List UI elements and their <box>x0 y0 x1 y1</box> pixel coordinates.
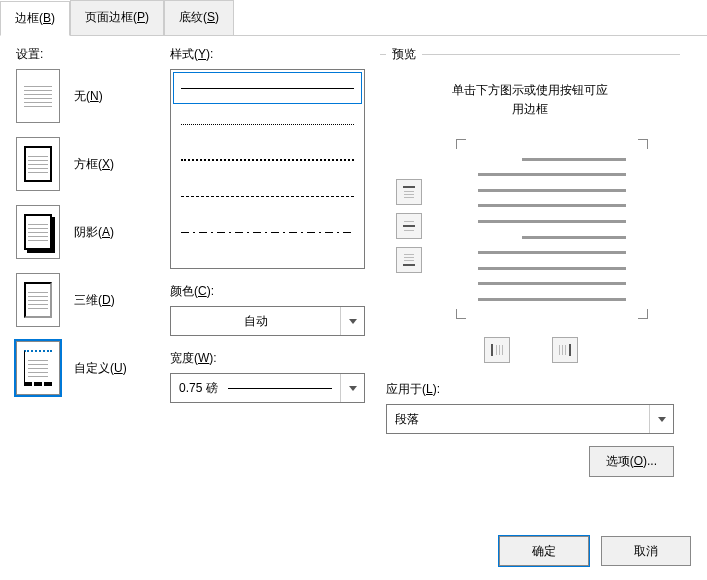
svg-rect-10 <box>403 264 415 266</box>
setting-shadow[interactable]: 阴影(A) <box>16 205 166 259</box>
svg-rect-12 <box>496 345 497 355</box>
line-dashed[interactable] <box>171 178 364 214</box>
line-dotted-dense[interactable] <box>171 142 364 178</box>
line-solid-thin[interactable] <box>171 70 364 106</box>
line-dotted-sparse[interactable] <box>171 106 364 142</box>
setting-icon-custom <box>16 341 60 395</box>
setting-custom[interactable]: 自定义(U) <box>16 341 166 395</box>
svg-rect-17 <box>565 345 566 355</box>
preview-diagram[interactable] <box>386 139 674 329</box>
setting-box[interactable]: 方框(X) <box>16 137 166 191</box>
settings-label: 设置: <box>16 46 166 63</box>
preview-group: 预览 单击下方图示或使用按钮可应用边框 <box>380 46 680 487</box>
svg-rect-1 <box>404 191 414 192</box>
setting-none[interactable]: 无(N) <box>16 69 166 123</box>
preview-label: 预览 <box>386 46 422 63</box>
options-button[interactable]: 选项(O)... <box>589 446 674 477</box>
svg-rect-6 <box>404 230 414 231</box>
style-listbox[interactable] <box>170 69 365 269</box>
svg-rect-3 <box>404 197 414 198</box>
style-label: 样式(Y): <box>170 46 365 63</box>
cancel-button[interactable]: 取消 <box>601 536 691 566</box>
setting-icon-3d <box>16 273 60 327</box>
svg-rect-8 <box>404 257 414 258</box>
setting-3d[interactable]: 三维(D) <box>16 273 166 327</box>
svg-rect-11 <box>491 344 493 356</box>
apply-to-label: 应用于(L): <box>386 381 674 398</box>
svg-rect-0 <box>403 186 415 188</box>
chevron-down-icon <box>649 405 673 433</box>
ok-button[interactable]: 确定 <box>499 536 589 566</box>
preview-hint: 单击下方图示或使用按钮可应用边框 <box>386 81 674 119</box>
width-label: 宽度(W): <box>170 350 365 367</box>
svg-rect-16 <box>562 345 563 355</box>
setting-icon-box <box>16 137 60 191</box>
svg-rect-4 <box>404 221 414 222</box>
svg-rect-14 <box>502 345 503 355</box>
svg-rect-13 <box>499 345 500 355</box>
apply-to-dropdown[interactable]: 段落 <box>386 404 674 434</box>
tab-page-border[interactable]: 页面边框(P) <box>70 0 164 35</box>
border-right-button[interactable] <box>552 337 578 363</box>
width-dropdown[interactable]: 0.75 磅 <box>170 373 365 403</box>
tab-shading[interactable]: 底纹(S) <box>164 0 234 35</box>
svg-rect-2 <box>404 194 414 195</box>
color-dropdown[interactable]: 自动 <box>170 306 365 336</box>
svg-rect-18 <box>569 344 571 356</box>
line-dash-dot[interactable] <box>171 214 364 250</box>
border-middle-button[interactable] <box>396 213 422 239</box>
border-top-button[interactable] <box>396 179 422 205</box>
color-label: 颜色(C): <box>170 283 365 300</box>
svg-rect-9 <box>404 260 414 261</box>
chevron-down-icon <box>340 307 364 335</box>
svg-rect-7 <box>404 254 414 255</box>
setting-icon-shadow <box>16 205 60 259</box>
setting-icon-none <box>16 69 60 123</box>
chevron-down-icon <box>340 374 364 402</box>
border-left-button[interactable] <box>484 337 510 363</box>
svg-rect-15 <box>559 345 560 355</box>
tab-border[interactable]: 边框(B) <box>0 1 70 36</box>
svg-rect-5 <box>403 225 415 227</box>
border-bottom-button[interactable] <box>396 247 422 273</box>
